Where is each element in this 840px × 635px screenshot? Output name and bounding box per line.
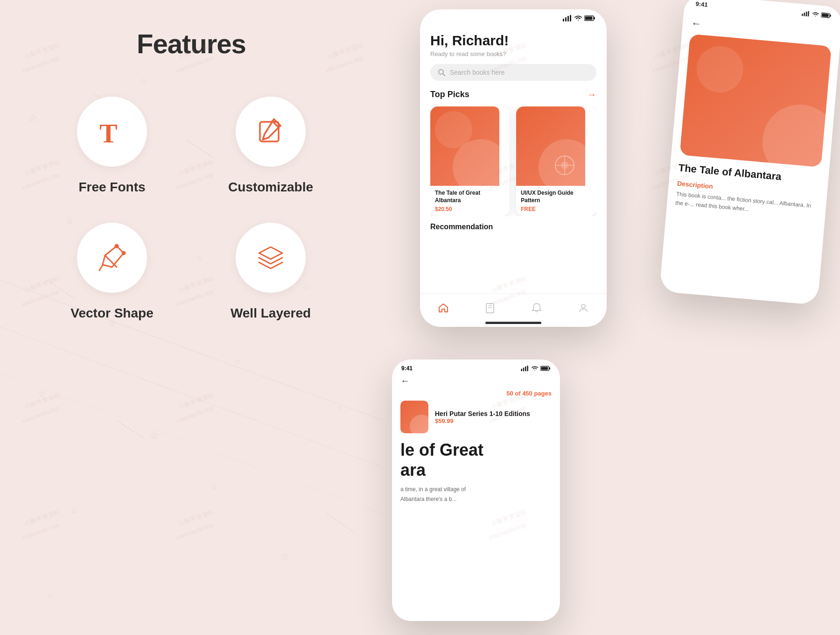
detail-wifi-icon	[812, 11, 819, 17]
reader-para-line2: Albantara there's a b...	[400, 496, 456, 502]
detail-status-time: 9:41	[695, 0, 708, 8]
nav-bell-icon[interactable]	[531, 303, 542, 314]
reader-status-icons	[521, 366, 551, 371]
recommendation-section: Recommendation	[430, 223, 596, 231]
book-price-2: FREE	[521, 206, 592, 212]
status-icons	[563, 15, 595, 21]
reader-signal-icon	[521, 366, 529, 371]
nav-profile-icon[interactable]	[578, 303, 589, 314]
book-card-2[interactable]: UI/UX Design Guide Pattern FREE	[516, 106, 596, 216]
phone-main: Hi, Richard! Ready to read some books? S…	[420, 9, 607, 327]
book-cover-2	[516, 106, 585, 186]
features-heading: Features	[0, 28, 383, 59]
greeting-sub: Ready to read some books?	[430, 50, 596, 57]
wifi-icon	[574, 15, 582, 21]
reader-chapter-text: le of Great ara	[392, 440, 560, 480]
battery-icon	[584, 15, 595, 21]
reader-status-time: 9:41	[401, 365, 413, 372]
reader-battery-icon	[540, 366, 551, 371]
svg-text:T: T	[99, 118, 118, 148]
book-card-1[interactable]: The Tale of Great Albantara $20.50	[430, 106, 510, 216]
top-picks-header: Top Picks →	[430, 89, 596, 100]
search-icon	[438, 69, 445, 76]
svg-rect-36	[585, 17, 593, 20]
book-title-2: UI/UX Design Guide Pattern	[521, 190, 592, 204]
svg-rect-48	[804, 12, 805, 16]
detail-content: ← The Tale of Albantara Description This…	[666, 10, 840, 227]
book-cover-decoration-icon	[551, 151, 579, 179]
svg-rect-43	[486, 303, 494, 313]
features-grid: T Free Fonts Customizable	[0, 97, 383, 321]
home-indicator	[485, 322, 541, 324]
feature-item-vector-shape: Vector Shape	[37, 223, 187, 321]
book-cover-1	[430, 106, 499, 186]
vector-shape-icon-circle	[77, 223, 147, 293]
svg-rect-32	[567, 16, 569, 21]
reader-book-price: $59.99	[435, 417, 530, 424]
well-layered-label: Well Layered	[231, 306, 311, 321]
phones-section: Hi, Richard! Ready to read some books? S…	[383, 0, 840, 635]
svg-rect-55	[523, 367, 525, 371]
svg-rect-50	[808, 11, 810, 16]
reader-para-line1: a time, in a great village of	[400, 486, 466, 493]
reader-book-info: Heri Putar Series 1-10 Editions $59.99	[435, 410, 530, 424]
reader-book-header: Heri Putar Series 1-10 Editions $59.99	[392, 401, 560, 433]
search-bar[interactable]: Search books here	[430, 64, 596, 81]
detail-signal-icon	[801, 10, 810, 17]
nav-home-icon[interactable]	[438, 303, 449, 314]
svg-rect-54	[521, 369, 522, 371]
svg-rect-31	[565, 17, 567, 21]
svg-line-38	[443, 74, 445, 76]
svg-rect-35	[594, 17, 595, 20]
top-picks-label: Top Picks	[430, 90, 469, 99]
svg-rect-53	[822, 13, 829, 17]
free-fonts-icon-circle: T	[77, 97, 147, 167]
customizable-icon-circle	[236, 97, 306, 167]
book-title-1: The Tale of Great Albantara	[435, 190, 505, 204]
reader-nav-row: ←	[392, 375, 560, 390]
greeting-hi: Hi, Richard!	[430, 33, 596, 49]
svg-rect-60	[541, 367, 548, 370]
feature-item-customizable: Customizable	[196, 97, 345, 195]
reader-paragraph: a time, in a great village of Albantara …	[392, 485, 560, 504]
free-fonts-label: Free Fonts	[78, 180, 145, 195]
customizable-label: Customizable	[228, 180, 313, 195]
recommendation-label: Recommendation	[430, 223, 596, 231]
reader-book-thumb	[400, 401, 428, 433]
books-row: The Tale of Great Albantara $20.50	[430, 106, 596, 216]
svg-rect-33	[570, 15, 571, 21]
reader-chapter-line1: le of Great	[400, 440, 483, 459]
svg-rect-57	[527, 366, 528, 371]
svg-point-29	[122, 252, 125, 254]
phone-nav	[420, 293, 607, 327]
svg-rect-49	[805, 11, 807, 16]
text-icon: T	[96, 115, 128, 148]
book-info-2: UI/UX Design Guide Pattern FREE	[516, 186, 596, 216]
reader-chapter-line2: ara	[400, 460, 426, 480]
book-info-1: The Tale of Great Albantara $20.50	[430, 186, 510, 216]
reader-back-button[interactable]: ←	[400, 375, 410, 386]
detail-status-icons	[801, 10, 832, 19]
well-layered-icon-circle	[236, 223, 306, 293]
svg-point-46	[581, 304, 585, 308]
feature-item-well-layered: Well Layered	[196, 223, 345, 321]
svg-rect-47	[802, 14, 803, 16]
reader-wifi-icon	[532, 366, 538, 371]
svg-rect-30	[563, 19, 564, 21]
main-phone-content: Hi, Richard! Ready to read some books? S…	[420, 25, 607, 243]
layers-icon	[254, 241, 287, 274]
book-detail-cover	[679, 34, 832, 168]
feature-item-free-fonts: T Free Fonts	[37, 97, 187, 195]
svg-rect-52	[830, 14, 831, 17]
pen-tool-icon	[96, 241, 128, 274]
main-status-bar	[420, 9, 607, 25]
reader-status-bar: 9:41	[392, 360, 560, 375]
phone-reader: 9:41	[392, 360, 560, 621]
vector-shape-label: Vector Shape	[70, 306, 153, 321]
svg-point-28	[115, 245, 118, 247]
signal-icon	[563, 15, 572, 21]
search-placeholder: Search books here	[450, 69, 505, 76]
book-price-1: $20.50	[435, 206, 505, 212]
top-picks-arrow[interactable]: →	[587, 89, 596, 100]
nav-book-icon[interactable]	[484, 303, 496, 314]
